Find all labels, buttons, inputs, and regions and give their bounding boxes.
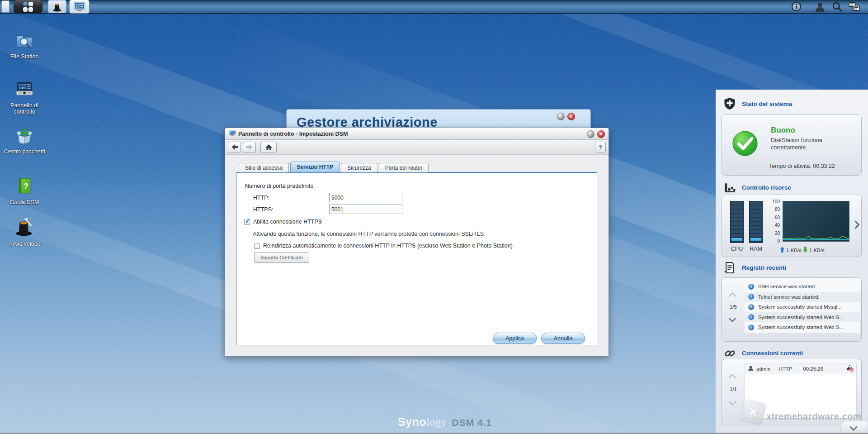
desktop-icon-label: Pannello di controllo <box>3 102 46 115</box>
dialog-toolbar: ? <box>225 140 609 155</box>
desktop-icon-file-station[interactable]: File Station <box>3 31 46 60</box>
document-icon <box>723 262 736 274</box>
site-watermark-text: xtremehardware.com <box>766 411 861 422</box>
connections-page-number: 1/1 <box>722 386 745 392</box>
svg-text:?: ? <box>24 182 28 191</box>
widget-panel: Stato del sistema Buono DiskStation funz… <box>716 90 868 434</box>
magic-hat-icon <box>14 216 35 239</box>
main-menu-icon <box>23 2 33 12</box>
pager-down-icon[interactable] <box>730 315 735 323</box>
upload-rate: 1 KB/s <box>786 248 802 253</box>
logs-page-number: 1/5 <box>722 304 745 310</box>
ram-meter <box>749 201 763 243</box>
system-status-title: Stato del sistema <box>742 100 792 107</box>
connection-protocol: HTTP <box>778 366 792 372</box>
recent-logs-body: 1/5 i SSH service was started. i Telnet … <box>722 277 862 342</box>
info-icon[interactable] <box>791 1 802 12</box>
main-menu-button[interactable] <box>14 0 42 13</box>
tab-security[interactable]: Sicurezza <box>341 163 377 172</box>
desktop-icon-dsm-help[interactable]: ? Guida DSM <box>3 176 46 205</box>
download-rate: 1 KB/s <box>809 248 825 253</box>
log-row: i SSH service was started. <box>745 281 860 292</box>
widget-panel-collapse-tab[interactable] <box>840 421 867 433</box>
back-button[interactable] <box>228 142 241 153</box>
taskbar-control-panel-button-active[interactable] <box>70 0 89 13</box>
synology-watermark: Synology DSM 4.1 <box>398 415 492 429</box>
import-certificate-button[interactable]: Importa Certificato <box>254 252 309 263</box>
network-chart <box>783 201 849 242</box>
help-button[interactable]: ? <box>595 142 606 153</box>
close-icon[interactable]: × <box>597 130 605 138</box>
ytick: 100 <box>772 199 780 204</box>
pager-up-icon[interactable] <box>730 374 735 382</box>
recent-logs-header: Registri recenti <box>716 261 868 274</box>
info-icon: i <box>748 294 754 300</box>
enable-https-label: Abilita connessione HTTPS <box>253 219 322 225</box>
connections-header: Connessioni correnti <box>716 346 868 360</box>
http-port-input[interactable] <box>329 193 402 202</box>
log-list: i SSH service was started. i Telnet serv… <box>745 281 860 333</box>
pager-up-icon[interactable] <box>730 292 735 300</box>
desktop-icon-label: Centro pacchetti <box>3 148 46 155</box>
log-text: System successfully started Web S... <box>758 324 844 330</box>
connections-title: Connessioni correnti <box>742 350 803 357</box>
apply-button[interactable]: Applica <box>493 333 537 344</box>
log-row: i System successfully started Web S... <box>745 312 860 323</box>
show-desktop-button[interactable] <box>1 0 9 13</box>
https-port-label: HTTPS: <box>253 206 329 213</box>
window-buttons: × <box>587 130 605 138</box>
close-icon[interactable]: × <box>567 113 575 120</box>
tab-http-service[interactable]: Servizio HTTP <box>290 162 340 172</box>
section-title: Numero di porta predefinito <box>245 183 313 189</box>
ytick: 0 <box>777 238 780 243</box>
status-value: Buono <box>771 126 795 135</box>
forward-button[interactable] <box>243 142 256 153</box>
recent-logs-title: Registri recenti <box>742 264 786 271</box>
search-icon[interactable] <box>832 1 842 12</box>
desktop-icon-label: File Station <box>3 53 46 60</box>
pilot-view-icon[interactable] <box>849 2 860 11</box>
ytick: 60 <box>775 215 780 220</box>
dialog-titlebar[interactable]: Pannello di controllo - Impostazioni DSM… <box>225 128 609 140</box>
disconnect-icon[interactable] <box>846 365 854 373</box>
log-text: System successfully started Mysql... <box>758 304 842 310</box>
https-note: Attivando questa funzione, le connession… <box>253 231 486 237</box>
https-port-input[interactable] <box>329 205 402 214</box>
pager-down-icon[interactable] <box>730 398 735 406</box>
minimize-button[interactable] <box>557 113 565 120</box>
resource-expand-arrow[interactable] <box>853 221 859 229</box>
user-icon[interactable] <box>815 1 826 12</box>
system-status-body: Buono DiskStation funziona correttamente… <box>722 114 862 176</box>
desktop-icon-label: Guida DSM <box>3 199 46 205</box>
enable-https-checkbox-checked[interactable]: ✓ <box>244 219 250 225</box>
dialog-title: Pannello di controllo - Impostazioni DSM <box>238 131 348 137</box>
desktop: File Station Pannello di co <box>0 0 868 434</box>
home-button[interactable] <box>260 142 277 153</box>
cpu-label: CPU <box>730 246 744 252</box>
redirect-https-checkbox-unchecked[interactable] <box>254 243 260 249</box>
ram-load-bar <box>750 238 761 241</box>
info-icon: i <box>748 284 754 290</box>
tab-router-port[interactable]: Porta del router <box>379 163 429 172</box>
status-ok-icon <box>732 130 758 158</box>
package-center-icon <box>15 126 34 147</box>
desktop-icon-quick-start[interactable]: Avvio veloce <box>3 216 46 247</box>
taskbar-quick-start-button[interactable] <box>48 0 66 13</box>
desktop-icon-package-center[interactable]: Centro pacchetti <box>3 126 46 155</box>
site-logo: × <box>740 399 767 425</box>
ytick: 80 <box>775 207 780 212</box>
tab-access-style[interactable]: Stile di accesso <box>239 163 289 172</box>
cancel-button[interactable]: Annulla <box>541 333 585 344</box>
minimize-button[interactable] <box>587 130 594 138</box>
connection-row: admin HTTP 00:25:26 <box>745 363 856 374</box>
network-traffic: 1 KB/s 1 KB/s <box>780 247 825 253</box>
ytick: 20 <box>775 231 780 236</box>
http-port-row: HTTP: <box>253 193 402 202</box>
ram-label: RAM <box>749 246 763 252</box>
upload-arrow-icon <box>780 247 785 253</box>
info-icon: i <box>748 314 754 320</box>
status-description: DiskStation funziona correttamente. <box>771 137 850 152</box>
control-panel-window-icon <box>74 2 85 12</box>
desktop-icon-control-panel[interactable]: Pannello di controllo <box>3 80 46 115</box>
logs-pager: 1/5 <box>722 278 745 341</box>
